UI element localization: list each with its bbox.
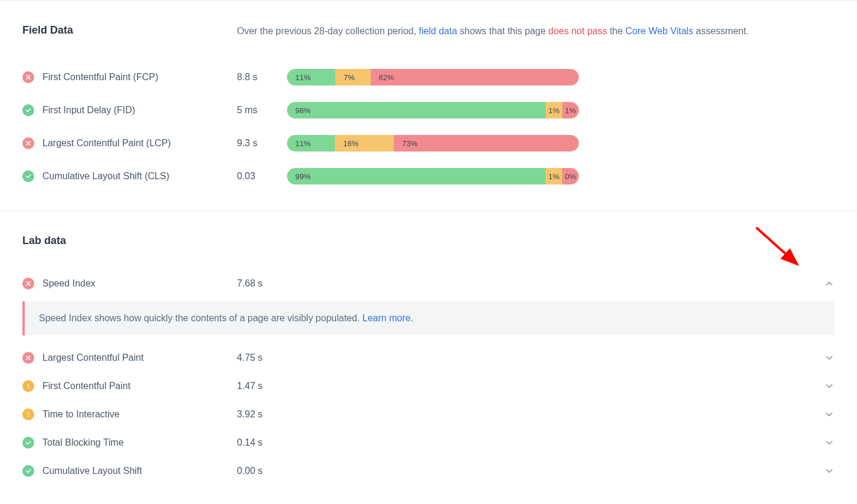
dist-segment-red: 82% bbox=[371, 69, 579, 85]
fail-icon bbox=[22, 352, 34, 364]
metric-value: 3.92 s bbox=[237, 409, 287, 420]
metric-value: 7.68 s bbox=[237, 278, 287, 289]
dist-segment-red: 0% bbox=[562, 168, 579, 185]
dist-segment-orange: 1% bbox=[546, 102, 562, 118]
lab-metric-row[interactable]: Time to Interactive 3.92 s bbox=[22, 400, 835, 429]
lab-data-title: Lab data bbox=[22, 235, 237, 247]
learn-more-link[interactable]: Learn more bbox=[362, 313, 411, 323]
lab-metric-row[interactable]: Total Blocking Time 0.14 s bbox=[22, 429, 835, 457]
metric-info-panel: Speed Index shows how quickly the conten… bbox=[22, 301, 835, 335]
chevron-down-icon[interactable] bbox=[824, 466, 835, 476]
chevron-down-icon[interactable] bbox=[824, 409, 835, 420]
distribution-bar: 11%7%82% bbox=[287, 69, 579, 85]
svg-point-8 bbox=[28, 387, 29, 388]
field-data-title: Field Data bbox=[22, 24, 237, 37]
chevron-down-icon[interactable] bbox=[824, 353, 835, 363]
svg-rect-9 bbox=[28, 384, 29, 387]
metric-value: 5 ms bbox=[237, 105, 287, 116]
metric-label: Time to Interactive bbox=[42, 409, 237, 420]
dist-segment-red: 1% bbox=[562, 102, 579, 118]
warn-icon bbox=[22, 380, 34, 392]
metric-value: 4.75 s bbox=[237, 353, 287, 363]
core-web-vitals-link[interactable]: Core Web Vitals bbox=[625, 26, 693, 36]
lab-metric-row[interactable]: First Contentful Paint 1.47 s bbox=[22, 372, 835, 400]
pass-icon bbox=[22, 437, 34, 449]
fail-icon bbox=[22, 278, 34, 289]
warn-icon bbox=[22, 409, 34, 420]
pass-icon bbox=[22, 170, 34, 182]
dist-segment-orange: 1% bbox=[546, 168, 562, 185]
metric-label: Largest Contentful Paint bbox=[42, 353, 237, 363]
svg-point-10 bbox=[28, 416, 29, 417]
dist-segment-green: 99% bbox=[287, 168, 546, 185]
field-data-section: Field Data Over the previous 28-day coll… bbox=[22, 1, 835, 210]
pass-icon bbox=[22, 104, 34, 116]
dist-segment-orange: 16% bbox=[335, 135, 394, 151]
field-data-link[interactable]: field data bbox=[419, 26, 457, 36]
metric-label: Largest Contentful Paint (LCP) bbox=[42, 138, 237, 149]
field-data-description: Over the previous 28-day collection peri… bbox=[237, 24, 749, 38]
field-metric-row: First Contentful Paint (FCP) 8.8 s 11%7%… bbox=[22, 61, 835, 94]
metric-value: 0.00 s bbox=[237, 466, 287, 476]
distribution-bar: 98%1%1% bbox=[287, 102, 579, 118]
assessment-fail-text: does not pass bbox=[548, 26, 607, 36]
dist-segment-green: 11% bbox=[287, 69, 335, 85]
fail-icon bbox=[22, 137, 34, 149]
lab-metric-row[interactable]: Largest Contentful Paint 4.75 s bbox=[22, 344, 835, 372]
metric-label: First Contentful Paint (FCP) bbox=[42, 72, 237, 83]
field-metric-row: First Input Delay (FID) 5 ms 98%1%1% bbox=[22, 94, 835, 127]
lab-metric-row[interactable]: Cumulative Layout Shift 0.00 s bbox=[22, 457, 835, 485]
metric-value: 1.47 s bbox=[237, 381, 287, 391]
pass-icon bbox=[22, 465, 34, 477]
metric-label: Total Blocking Time bbox=[42, 437, 237, 448]
chevron-up-icon[interactable] bbox=[824, 278, 835, 289]
chevron-down-icon[interactable] bbox=[824, 381, 835, 391]
metric-value: 0.14 s bbox=[237, 437, 287, 448]
metric-label: First Input Delay (FID) bbox=[42, 105, 237, 116]
metric-label: First Contentful Paint bbox=[42, 381, 237, 391]
metric-label: Cumulative Layout Shift (CLS) bbox=[42, 171, 237, 182]
distribution-bar: 99%1%0% bbox=[287, 168, 579, 185]
metric-value: 9.3 s bbox=[237, 138, 287, 149]
dist-segment-green: 11% bbox=[287, 135, 335, 151]
metric-label: Speed Index bbox=[42, 278, 237, 289]
dist-segment-green: 98% bbox=[287, 102, 546, 118]
metric-value: 8.8 s bbox=[237, 72, 287, 83]
metric-value: 0.03 bbox=[237, 171, 287, 182]
lab-data-section: Lab data Speed Index 7.68 s Speed Index … bbox=[22, 211, 835, 503]
field-metric-row: Cumulative Layout Shift (CLS) 0.03 99%1%… bbox=[22, 160, 835, 193]
lab-metric-row[interactable]: Speed Index 7.68 s bbox=[22, 269, 835, 298]
field-metric-row: Largest Contentful Paint (LCP) 9.3 s 11%… bbox=[22, 127, 835, 160]
fail-icon bbox=[22, 71, 34, 83]
chevron-down-icon[interactable] bbox=[824, 437, 835, 448]
dist-segment-orange: 7% bbox=[335, 69, 371, 85]
distribution-bar: 11%16%73% bbox=[287, 135, 579, 151]
info-text: Speed Index shows how quickly the conten… bbox=[39, 313, 413, 323]
svg-rect-11 bbox=[28, 413, 29, 416]
dist-segment-red: 73% bbox=[394, 135, 579, 151]
metric-label: Cumulative Layout Shift bbox=[42, 466, 237, 476]
